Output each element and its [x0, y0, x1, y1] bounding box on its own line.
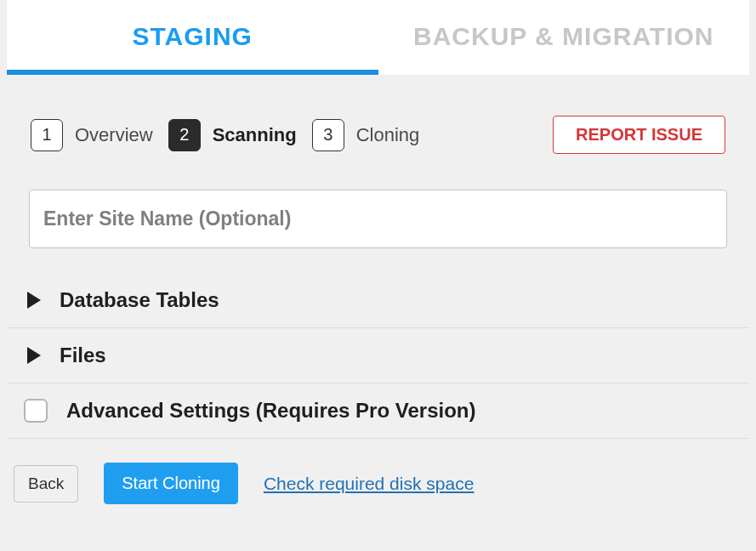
section-advanced-settings[interactable]: Advanced Settings (Requires Pro Version): [7, 383, 749, 439]
step-overview[interactable]: 1 Overview: [31, 119, 153, 151]
steps-row: 1 Overview 2 Scanning 3 Cloning REPORT I…: [7, 116, 749, 154]
accordion: Database Tables Files Advanced Settings …: [7, 272, 749, 439]
step-scanning[interactable]: 2 Scanning: [168, 119, 297, 151]
site-name-input[interactable]: [29, 190, 727, 248]
step-number: 2: [168, 119, 201, 151]
steps-wizard: 1 Overview 2 Scanning 3 Cloning: [31, 119, 419, 151]
step-number: 1: [31, 119, 63, 151]
tab-staging[interactable]: STAGING: [7, 0, 378, 75]
main-tabs: STAGING BACKUP & MIGRATION: [7, 0, 749, 75]
chevron-right-icon: [27, 347, 41, 364]
actions-row: Back Start Cloning Check required disk s…: [7, 439, 749, 504]
step-label: Overview: [75, 124, 153, 146]
back-button[interactable]: Back: [14, 465, 78, 503]
chevron-right-icon: [27, 292, 41, 309]
step-label: Cloning: [356, 124, 420, 146]
section-database-tables[interactable]: Database Tables: [7, 273, 749, 328]
advanced-settings-checkbox[interactable]: [24, 399, 48, 423]
step-label: Scanning: [213, 124, 297, 146]
tab-backup-migration[interactable]: BACKUP & MIGRATION: [378, 0, 750, 75]
check-disk-space-link[interactable]: Check required disk space: [264, 474, 474, 494]
report-issue-button[interactable]: REPORT ISSUE: [553, 116, 725, 154]
section-files[interactable]: Files: [7, 328, 749, 383]
section-label: Advanced Settings (Requires Pro Version): [66, 399, 475, 423]
start-cloning-button[interactable]: Start Cloning: [104, 463, 238, 504]
section-label: Files: [60, 344, 106, 367]
section-label: Database Tables: [60, 288, 219, 312]
site-name-wrap: [7, 190, 749, 248]
step-cloning[interactable]: 3 Cloning: [312, 119, 420, 151]
step-number: 3: [312, 119, 344, 151]
